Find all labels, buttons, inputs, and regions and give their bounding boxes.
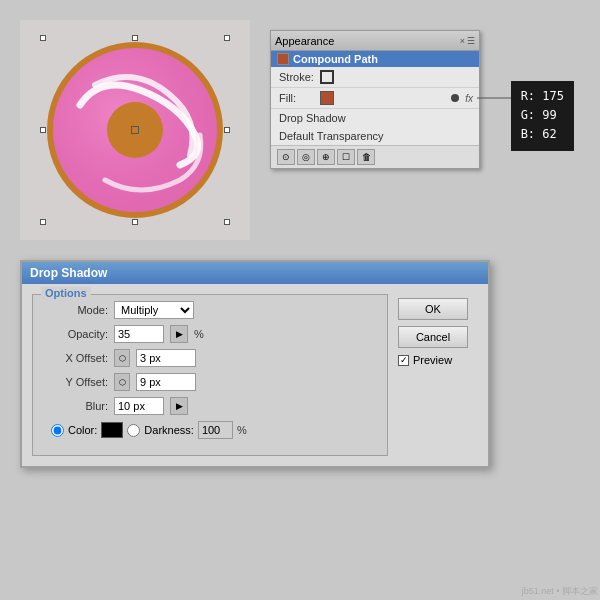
mode-label: Mode: (43, 304, 108, 316)
default-transparency-label: Default Transparency (279, 130, 384, 142)
toolbar-btn-2[interactable]: ◎ (297, 149, 315, 165)
appearance-panel: Appearance × ☰ Compound Path Stroke: Fil… (270, 30, 480, 169)
color-label: Color: (68, 424, 97, 436)
panel-titlebar: Appearance × ☰ (271, 31, 479, 51)
opacity-unit: % (194, 328, 204, 340)
b-value: B: 62 (521, 125, 564, 144)
mode-row: Mode: Multiply Normal Screen (43, 301, 377, 319)
toolbar-btn-4[interactable]: ☐ (337, 149, 355, 165)
blur-input[interactable] (114, 397, 164, 415)
color-radio[interactable] (51, 424, 64, 437)
color-swatch[interactable] (101, 422, 123, 438)
color-radio-group: Color: Darkness: % (51, 421, 247, 439)
dialog-right: OK Cancel ✓ Preview (398, 294, 478, 456)
panel-titlebar-icons: × ☰ (460, 36, 475, 46)
darkness-label: Darkness: (144, 424, 194, 436)
y-offset-input[interactable] (136, 373, 196, 391)
x-offset-label: X Offset: (43, 352, 108, 364)
compound-path-row: Compound Path (271, 51, 479, 67)
watermark: jb51.net • 脚本之家 (522, 585, 598, 598)
handle-tm[interactable] (132, 35, 138, 41)
x-offset-input[interactable] (136, 349, 196, 367)
handle-tl[interactable] (40, 35, 46, 41)
x-offset-stepper[interactable]: ⬡ (114, 349, 130, 367)
top-section: Appearance × ☰ Compound Path Stroke: Fil… (0, 0, 600, 250)
center-dot (131, 126, 139, 134)
darkness-unit: % (237, 424, 247, 436)
drop-shadow-appearance-row: Drop Shadow (271, 109, 479, 127)
toolbar-btn-1[interactable]: ⊙ (277, 149, 295, 165)
fill-label: Fill: (279, 92, 314, 104)
compound-path-label: Compound Path (293, 53, 378, 65)
handle-tr[interactable] (224, 35, 230, 41)
dialog-left: Options Mode: Multiply Normal Screen Opa… (32, 294, 388, 456)
donut-canvas (20, 20, 250, 240)
x-offset-row: X Offset: ⬡ (43, 349, 377, 367)
ok-button[interactable]: OK (398, 298, 468, 320)
handle-mr[interactable] (224, 127, 230, 133)
y-offset-row: Y Offset: ⬡ (43, 373, 377, 391)
stroke-icon[interactable] (320, 70, 334, 84)
options-legend: Options (41, 287, 91, 299)
handle-bl[interactable] (40, 219, 46, 225)
stroke-label: Stroke: (279, 71, 314, 83)
handle-bm[interactable] (132, 219, 138, 225)
darkness-radio[interactable] (127, 424, 140, 437)
darkness-input[interactable] (198, 421, 233, 439)
mode-select[interactable]: Multiply Normal Screen (114, 301, 194, 319)
default-transparency-row: Default Transparency (271, 127, 479, 145)
fill-color-swatch[interactable] (320, 91, 334, 105)
compound-color-indicator (277, 53, 289, 65)
options-group: Options Mode: Multiply Normal Screen Opa… (32, 294, 388, 456)
y-offset-stepper[interactable]: ⬡ (114, 373, 130, 391)
y-offset-label: Y Offset: (43, 376, 108, 388)
dialog-title: Drop Shadow (30, 266, 107, 280)
cancel-button[interactable]: Cancel (398, 326, 468, 348)
donut-wrapper (40, 35, 230, 225)
panel-title: Appearance (275, 35, 334, 47)
blur-row: Blur: ▶ (43, 397, 377, 415)
preview-row: ✓ Preview (398, 354, 478, 366)
dialog-titlebar: Drop Shadow (22, 262, 488, 284)
opacity-label: Opacity: (43, 328, 108, 340)
opacity-arrow-btn[interactable]: ▶ (170, 325, 188, 343)
blur-arrow-btn[interactable]: ▶ (170, 397, 188, 415)
drop-shadow-row-label: Drop Shadow (279, 112, 346, 124)
panel-menu-icon[interactable]: ☰ (467, 36, 475, 46)
color-row: Color: Darkness: % (43, 421, 377, 439)
opacity-row: Opacity: ▶ % (43, 325, 377, 343)
bottom-section: Drop Shadow Options Mode: Multiply Norma… (0, 250, 600, 478)
g-value: G: 99 (521, 106, 564, 125)
toolbar-btn-3[interactable]: ⊕ (317, 149, 335, 165)
handle-ml[interactable] (40, 127, 46, 133)
blur-label: Blur: (43, 400, 108, 412)
stroke-row: Stroke: (271, 67, 479, 88)
opacity-input[interactable] (114, 325, 164, 343)
panel-bottom-toolbar: ⊙ ◎ ⊕ ☐ 🗑 (271, 145, 479, 168)
handle-br[interactable] (224, 219, 230, 225)
r-value: R: 175 (521, 87, 564, 106)
toolbar-btn-5[interactable]: 🗑 (357, 149, 375, 165)
fx-button[interactable]: fx (465, 93, 473, 104)
preview-checkbox[interactable]: ✓ (398, 355, 409, 366)
panel-close-btn[interactable]: × (460, 36, 465, 46)
preview-label: Preview (413, 354, 452, 366)
rgb-tooltip: R: 175 G: 99 B: 62 (511, 81, 574, 151)
dialog-body: Options Mode: Multiply Normal Screen Opa… (22, 284, 488, 466)
fill-indicator-dot (451, 94, 459, 102)
drop-shadow-dialog: Drop Shadow Options Mode: Multiply Norma… (20, 260, 490, 468)
fill-row: Fill: fx (271, 88, 479, 109)
